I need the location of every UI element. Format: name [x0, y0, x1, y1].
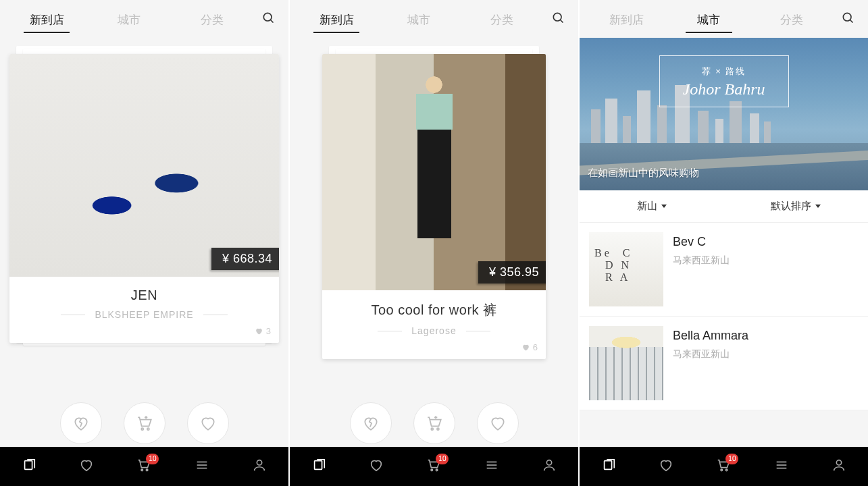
nav-menu[interactable] — [187, 458, 217, 475]
stack-icon — [311, 458, 326, 473]
store-list: Bev C 马来西亚新山 Bella Ammara 马来西亚新山 — [580, 223, 868, 410]
nav-favorites[interactable] — [361, 458, 391, 475]
nav-home[interactable] — [304, 458, 334, 475]
like-button[interactable] — [477, 402, 519, 444]
svg-line-23 — [850, 20, 853, 23]
search-button[interactable] — [833, 11, 863, 27]
svg-point-26 — [726, 469, 728, 471]
caret-down-icon — [661, 205, 667, 208]
svg-point-21 — [547, 460, 552, 465]
nav-profile[interactable] — [534, 458, 564, 475]
product-brand: Lagerose — [402, 325, 465, 336]
bottom-nav: 10 — [0, 447, 288, 486]
heart-icon — [199, 414, 217, 432]
stack-icon — [22, 458, 36, 473]
search-button[interactable] — [543, 11, 573, 27]
svg-point-10 — [257, 460, 262, 465]
price-tag: ¥ 668.34 — [211, 248, 279, 270]
card-stack: ¥ 668.34 JEN BLKSHEEP EMPIRE 3 — [9, 45, 279, 409]
dislike-button[interactable] — [350, 402, 392, 444]
svg-line-12 — [561, 20, 563, 23]
svg-point-17 — [436, 469, 438, 471]
likes-count: 6 — [330, 342, 538, 352]
svg-line-1 — [271, 20, 274, 23]
tab-new[interactable]: 新到店 — [585, 3, 667, 36]
heart-icon — [79, 458, 94, 473]
screen-city: 新到店 城市 分类 — [580, 0, 868, 486]
svg-point-13 — [431, 428, 433, 430]
search-button[interactable] — [253, 11, 283, 27]
nav-favorites[interactable] — [651, 458, 681, 475]
svg-rect-24 — [604, 461, 611, 470]
tab-category[interactable]: 分类 — [750, 3, 833, 36]
menu-icon — [195, 458, 209, 473]
product-title: Too cool for work 裤 — [330, 301, 538, 319]
svg-point-0 — [263, 13, 272, 21]
caret-down-icon — [815, 205, 821, 208]
main-content: ¥ 668.34 JEN BLKSHEEP EMPIRE 3 — [0, 38, 288, 447]
bottom-nav: 10 — [290, 447, 578, 486]
svg-rect-15 — [314, 461, 322, 470]
hero-prefix: 荐 × 路线 — [683, 65, 765, 78]
tab-new[interactable]: 新到店 — [5, 3, 88, 36]
hero-title-frame: 荐 × 路线 Johor Bahru — [659, 55, 789, 107]
product-card[interactable]: ¥ 668.34 JEN BLKSHEEP EMPIRE 3 — [9, 54, 279, 343]
search-icon — [551, 11, 565, 24]
nav-home[interactable] — [14, 458, 44, 475]
nav-profile[interactable] — [824, 458, 854, 475]
top-tabs: 新到店 城市 分类 — [290, 0, 578, 38]
tab-city[interactable]: 城市 — [88, 3, 170, 36]
filter-sort-label: 默认排序 — [771, 200, 811, 213]
likes-count: 3 — [18, 326, 271, 336]
nav-menu[interactable] — [767, 458, 796, 475]
product-image: ¥ 356.95 — [322, 54, 546, 290]
filter-bar: 新山 默认排序 — [580, 190, 868, 223]
nav-menu[interactable] — [477, 458, 507, 475]
dislike-button[interactable] — [60, 402, 102, 444]
card-stack: ¥ 356.95 Too cool for work 裤 Lagerose 6 — [299, 45, 569, 409]
stack-icon — [601, 458, 616, 473]
product-card[interactable]: ¥ 356.95 Too cool for work 裤 Lagerose 6 — [322, 54, 546, 359]
heart-icon — [659, 458, 673, 473]
hero-caption: 在如画新山中的风味购物 — [588, 167, 699, 180]
filter-sort[interactable]: 默认排序 — [724, 190, 869, 222]
tab-category[interactable]: 分类 — [171, 3, 253, 36]
tab-city[interactable]: 城市 — [667, 3, 750, 36]
store-image — [589, 326, 663, 400]
svg-rect-4 — [24, 461, 32, 470]
store-image — [589, 232, 663, 306]
tab-new[interactable]: 新到店 — [295, 3, 378, 36]
heart-icon — [255, 327, 263, 335]
cart-plus-icon — [426, 414, 443, 432]
nav-favorites[interactable] — [72, 458, 101, 475]
svg-point-16 — [431, 469, 433, 471]
heart-icon — [521, 343, 530, 352]
search-icon — [261, 11, 275, 24]
menu-icon — [484, 458, 499, 473]
tab-city[interactable]: 城市 — [378, 3, 460, 36]
top-tabs: 新到店 城市 分类 — [0, 0, 288, 38]
add-to-cart-button[interactable] — [413, 402, 455, 444]
product-image: ¥ 668.34 — [9, 54, 279, 277]
product-brand: BLKSHEEP EMPIRE — [85, 309, 203, 320]
store-item[interactable]: Bev C 马来西亚新山 — [580, 223, 868, 317]
svg-point-5 — [141, 469, 143, 471]
add-to-cart-button[interactable] — [124, 402, 165, 444]
nav-home[interactable] — [594, 458, 623, 475]
svg-point-25 — [721, 469, 723, 471]
nav-cart[interactable]: 10 — [129, 458, 159, 475]
filter-location[interactable]: 新山 — [580, 190, 724, 222]
nav-cart[interactable]: 10 — [419, 458, 449, 475]
hero-title: Johor Bahru — [683, 80, 765, 99]
cart-plus-icon — [136, 414, 153, 432]
like-button[interactable] — [187, 402, 229, 444]
search-icon — [841, 11, 854, 24]
tab-category[interactable]: 分类 — [461, 3, 543, 36]
city-hero[interactable]: 荐 × 路线 Johor Bahru 在如画新山中的风味购物 — [580, 38, 868, 190]
nav-profile[interactable] — [245, 458, 274, 475]
product-title: JEN — [18, 288, 271, 303]
store-item[interactable]: Bella Ammara 马来西亚新山 — [580, 317, 868, 410]
swipe-actions — [290, 402, 578, 444]
nav-cart[interactable]: 10 — [709, 458, 738, 475]
price-tag: ¥ 356.95 — [478, 261, 546, 284]
